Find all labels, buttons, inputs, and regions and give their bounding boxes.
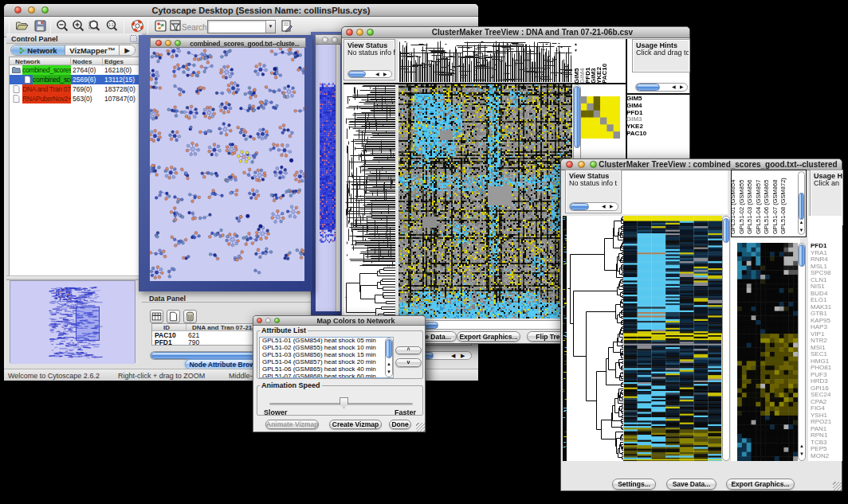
tv2-heatmap-main[interactable] <box>623 216 722 461</box>
network-row-dna-and-tran[interactable]: DNA and Tran 07 769(0) 183728(0) <box>10 84 139 94</box>
network-overview-canvas[interactable] <box>10 281 135 364</box>
dialog-titlebar[interactable]: Map Colors to Network <box>253 316 425 326</box>
scrollbar-thumb[interactable] <box>386 339 392 358</box>
close-button[interactable] <box>322 37 328 43</box>
row-dendrogram-canvas[interactable] <box>344 84 395 322</box>
column-header-network[interactable]: Network <box>15 58 41 65</box>
create-vizmap-button[interactable]: Create Vizmap <box>329 420 382 429</box>
attribute-value-cell[interactable]: 790 <box>188 339 199 346</box>
scrollbar-thumb[interactable] <box>799 193 804 220</box>
treeview-1-titlebar[interactable]: ClusterMaker TreeView : DNA and Tran 07-… <box>342 27 689 38</box>
zoom-button[interactable] <box>41 6 49 14</box>
network-2-vscrollbar[interactable] <box>336 45 340 311</box>
network-row-combined-sco-selected[interactable]: combined_sco 2569(6) 13112(15) <box>10 75 139 84</box>
scroll-left-arrow[interactable]: ◀ <box>672 84 676 91</box>
scrollbar-thumb[interactable] <box>799 244 805 267</box>
scrollbar-thumb[interactable] <box>723 218 729 243</box>
tv1-usage-scroll-thumb[interactable] <box>636 84 660 91</box>
network-canvas-1[interactable] <box>150 48 304 281</box>
scrollbar-thumb[interactable] <box>570 203 589 210</box>
network-edges-cell[interactable]: 107847(0) <box>104 94 135 104</box>
network-name-cell[interactable]: DNA and Tran 07 <box>22 84 71 94</box>
scroll-up-arrow[interactable]: ▲ <box>574 41 578 46</box>
network-nodes-cell[interactable]: 2764(0) <box>73 65 96 75</box>
column-header-id[interactable]: ID <box>163 324 170 331</box>
tv2-settings-button[interactable]: Settings... <box>612 479 656 490</box>
done-button[interactable]: Done <box>389 420 411 429</box>
tv2-export-graphics-button[interactable]: Export Graphics... <box>726 479 795 490</box>
close-button[interactable] <box>14 6 22 14</box>
minimize-button[interactable] <box>332 37 338 43</box>
tv1-row-dendrogram[interactable] <box>344 84 395 322</box>
row-dendrogram-canvas[interactable] <box>567 216 623 461</box>
scroll-arrow[interactable]: ◀ <box>375 71 379 78</box>
zoom-out-icon[interactable] <box>56 19 69 33</box>
heatmap-zoom-canvas[interactable] <box>737 243 798 461</box>
help-lifesaver-icon[interactable] <box>131 19 144 33</box>
scroll-arrow[interactable]: ◀ <box>451 352 455 359</box>
scroll-arrow[interactable]: ▶ <box>383 71 387 78</box>
tv2-heatmap-zoom[interactable] <box>737 243 798 461</box>
minimize-button[interactable] <box>356 29 363 36</box>
network-graph-canvas-2[interactable] <box>316 45 337 311</box>
scroll-down-arrow[interactable]: ▼ <box>574 48 578 53</box>
main-window-titlebar[interactable]: Cytoscape Desktop (Session Name: collins… <box>4 4 478 17</box>
move-down-button[interactable]: v <box>395 358 422 367</box>
column-header-edges[interactable]: Edges <box>104 58 124 65</box>
network-name-cell[interactable]: RNAPuberNov2+! <box>22 94 71 104</box>
heatmap-canvas[interactable] <box>398 84 572 318</box>
attribute-id-cell[interactable]: PFD1 <box>155 339 172 346</box>
scroll-right-arrow[interactable]: ▶ <box>680 84 684 91</box>
move-up-button[interactable]: ^ <box>395 346 422 354</box>
heatmap-canvas[interactable] <box>623 216 722 461</box>
tv2-save-data-button[interactable]: Save Data... <box>666 479 716 490</box>
scrollbar-thumb[interactable] <box>348 71 366 77</box>
scrollbar-thumb[interactable] <box>574 86 580 148</box>
tv1-column-dendrogram[interactable] <box>398 40 572 82</box>
tab-network[interactable]: Network <box>11 45 65 55</box>
network-nodes-cell[interactable]: 563(0) <box>73 94 92 104</box>
minimize-button[interactable] <box>265 318 271 323</box>
float-panel-icon[interactable] <box>130 35 137 42</box>
scroll-arrow[interactable]: ◀ <box>602 203 606 210</box>
network-canvas-2[interactable] <box>316 45 337 311</box>
close-button[interactable] <box>346 29 353 36</box>
zoom-in-icon[interactable] <box>72 19 85 33</box>
scrollbar-thumb[interactable] <box>636 84 660 91</box>
tv1-correlation-matrix[interactable] <box>580 96 620 139</box>
zoom-fit-icon[interactable] <box>88 19 101 33</box>
scroll-up-arrow[interactable]: ▲ <box>799 443 804 448</box>
attribute-table-icon[interactable] <box>150 310 163 323</box>
network-table-header[interactable]: Network Nodes Edges <box>10 57 139 65</box>
vizmapper-grid-icon[interactable] <box>154 19 167 33</box>
column-header-nodes[interactable]: Nodes <box>73 58 92 65</box>
animate-vizmap-button[interactable]: Animate Vizmap <box>265 420 319 429</box>
network-row-rnapubernov2[interactable]: RNAPuberNov2+! 563(0) 107847(0) <box>10 94 139 104</box>
network-nodes-cell[interactable]: 2569(6) <box>73 75 96 84</box>
tv2-vscrollbar-1[interactable] <box>722 216 730 461</box>
minimize-button[interactable] <box>165 40 171 46</box>
save-icon[interactable] <box>33 19 47 33</box>
tv2-column-dendrogram[interactable] <box>622 170 728 214</box>
close-button[interactable] <box>155 40 162 46</box>
scroll-arrow[interactable]: ▲ <box>799 220 804 225</box>
resize-grip[interactable] <box>416 423 425 432</box>
zoom-button[interactable] <box>274 318 280 323</box>
attribute-list[interactable]: GPL51-01 (GSM854) heat shock 05 minGPL51… <box>259 337 394 378</box>
scroll-down-arrow[interactable]: ▼ <box>799 451 804 456</box>
scroll-arrow[interactable]: ▼ <box>799 228 804 232</box>
tv2-vscrollbar-2[interactable] <box>798 243 806 461</box>
delete-attribute-icon[interactable] <box>183 310 197 323</box>
close-button[interactable] <box>566 161 573 168</box>
correlation-matrix-canvas[interactable] <box>580 96 620 139</box>
tv2-row-dendrogram[interactable] <box>567 216 623 461</box>
minimize-button[interactable] <box>28 6 35 14</box>
minimize-button[interactable] <box>578 161 585 168</box>
network-name-cell[interactable]: combined_scores_ <box>22 65 71 75</box>
network-edges-cell[interactable]: 16218(0) <box>104 65 132 75</box>
network-edges-cell[interactable]: 183728(0) <box>104 84 135 94</box>
network-window-2-titlebar[interactable] <box>315 34 342 45</box>
close-button[interactable] <box>257 318 262 323</box>
scroll-arrow[interactable]: ▶ <box>461 352 465 359</box>
scroll-up-arrow[interactable]: ▲ <box>387 361 391 366</box>
